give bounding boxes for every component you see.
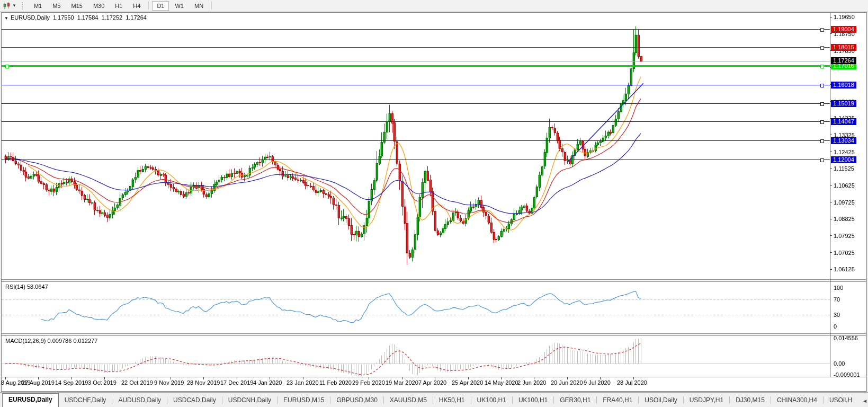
toolbar-grip bbox=[22, 2, 24, 10]
tab-usdchf-daily[interactable]: USDCHF,Daily bbox=[59, 394, 112, 407]
trading-terminal: ▼ M1M5M15M30H1H4D1W1MN ▼EURUSD,Daily1.17… bbox=[0, 0, 868, 407]
hline-endpoint-marker[interactable] bbox=[820, 46, 824, 50]
toolbar-separator bbox=[148, 2, 149, 10]
chart-type-button[interactable]: ▼ bbox=[3, 2, 16, 10]
hline-1.17016[interactable] bbox=[2, 65, 830, 67]
hline-endpoint-marker[interactable] bbox=[5, 65, 9, 68]
tab-ger30-h1[interactable]: GER30,H1 bbox=[554, 394, 596, 407]
hline-1.19004[interactable] bbox=[2, 29, 830, 30]
tab-eurusd-daily[interactable]: EURUSD,Daily bbox=[2, 393, 59, 407]
hline-1.16018[interactable] bbox=[2, 85, 830, 85]
hline-1.14047[interactable] bbox=[2, 121, 830, 122]
pane-separator-rsi-macd[interactable] bbox=[2, 333, 866, 336]
ohlc-open: 1.17550 bbox=[53, 14, 74, 21]
timeframe-button-m5[interactable]: M5 bbox=[48, 1, 65, 11]
macd-indicator-label: MACD(12,26,9) 0.009786 0.012277 bbox=[5, 338, 97, 344]
ohlc-low: 1.17252 bbox=[101, 14, 122, 21]
rsi-indicator-label: RSI(14) 58.0647 bbox=[5, 284, 48, 290]
tab-gbpusd-m30[interactable]: GBPUSD,M30 bbox=[330, 394, 383, 407]
tab-hk50-h1[interactable]: HK50,H1 bbox=[433, 394, 471, 407]
chart-symbol-label: EURUSD,Daily bbox=[11, 14, 50, 21]
chart-canvas[interactable] bbox=[0, 0, 868, 407]
hline-endpoint-marker[interactable] bbox=[820, 120, 824, 124]
pane-separator-price-rsi[interactable] bbox=[2, 279, 866, 282]
hline-1.15019[interactable] bbox=[2, 103, 830, 104]
chart-tabs-bar: EURUSD,DailyUSDCHF,DailyAUDUSD,DailyUSDC… bbox=[0, 392, 868, 407]
triangle-down-icon[interactable]: ▼ bbox=[4, 16, 8, 21]
triangle-down-icon: ▼ bbox=[12, 3, 16, 8]
timeframe-button-m30[interactable]: M30 bbox=[88, 1, 109, 11]
tab-usdjpy-h1[interactable]: USDJPY,H1 bbox=[684, 394, 729, 407]
timeframe-button-h4[interactable]: H4 bbox=[128, 1, 145, 11]
timeframe-button-mn[interactable]: MN bbox=[190, 1, 208, 11]
hline-1.18015[interactable] bbox=[2, 47, 830, 48]
timeframe-button-w1[interactable]: W1 bbox=[170, 1, 189, 11]
price-axis-line bbox=[830, 13, 830, 377]
ohlc-high: 1.17584 bbox=[77, 14, 99, 21]
tab-dj30-m15[interactable]: DJ30,M15 bbox=[730, 394, 771, 407]
tab-usdcad-daily[interactable]: USDCAD,Daily bbox=[167, 394, 222, 407]
timeframe-button-h1[interactable]: H1 bbox=[110, 1, 127, 11]
chart-title: ▼EURUSD,Daily1.175501.175841.172521.1726… bbox=[4, 14, 150, 21]
hline-endpoint-marker[interactable] bbox=[820, 84, 824, 87]
hline-1.12004[interactable] bbox=[2, 160, 830, 160]
tab-usoil-daily[interactable]: USOil,Daily bbox=[639, 394, 683, 407]
hline-endpoint-marker[interactable] bbox=[820, 158, 824, 162]
timeframe-toolbar: ▼ M1M5M15M30H1H4D1W1MN bbox=[0, 0, 868, 12]
chart-tabs: EURUSD,DailyUSDCHF,DailyAUDUSD,DailyUSDC… bbox=[0, 393, 858, 407]
pane-separator-macd-dates bbox=[2, 377, 866, 377]
timeframe-buttons: M1M5M15M30H1H4D1W1MN bbox=[29, 1, 214, 11]
ohlc-close: 1.17264 bbox=[126, 14, 147, 21]
triangle-left-icon: ◄ bbox=[862, 398, 867, 404]
tab-china300-h4[interactable]: CHINA300,H4 bbox=[771, 394, 823, 407]
hline-1.13034[interactable] bbox=[2, 140, 830, 141]
hline-endpoint-marker[interactable] bbox=[820, 102, 824, 106]
tab-usdcnh-daily[interactable]: USDCNH,Daily bbox=[222, 394, 277, 407]
tab-eurusd-m15[interactable]: EURUSD,M15 bbox=[278, 394, 330, 407]
timeframe-button-d1[interactable]: D1 bbox=[152, 1, 169, 11]
tab-fra40-h1[interactable]: FRA40,H1 bbox=[597, 394, 638, 407]
candlestick-chart-icon bbox=[3, 2, 11, 10]
tab-uk100-h1[interactable]: UK100,H1 bbox=[471, 394, 512, 407]
timeframe-button-m15[interactable]: M15 bbox=[66, 1, 87, 11]
timeframe-button-m1[interactable]: M1 bbox=[29, 1, 47, 11]
tab-audusd-daily[interactable]: AUDUSD,Daily bbox=[112, 394, 167, 407]
hline-endpoint-marker[interactable] bbox=[820, 28, 824, 32]
toolbar-separator bbox=[211, 2, 212, 10]
tab-xauusd-m5[interactable]: XAUUSD,M5 bbox=[384, 394, 433, 407]
tab-usoil-h[interactable]: USOil,H bbox=[824, 394, 858, 407]
tabs-scroll-left-button[interactable]: ◄ bbox=[858, 398, 868, 407]
hline-endpoint-marker[interactable] bbox=[820, 139, 824, 143]
tab-uk100-h1[interactable]: UK100,H1 bbox=[513, 394, 553, 407]
hline-endpoint-marker[interactable] bbox=[820, 65, 824, 68]
